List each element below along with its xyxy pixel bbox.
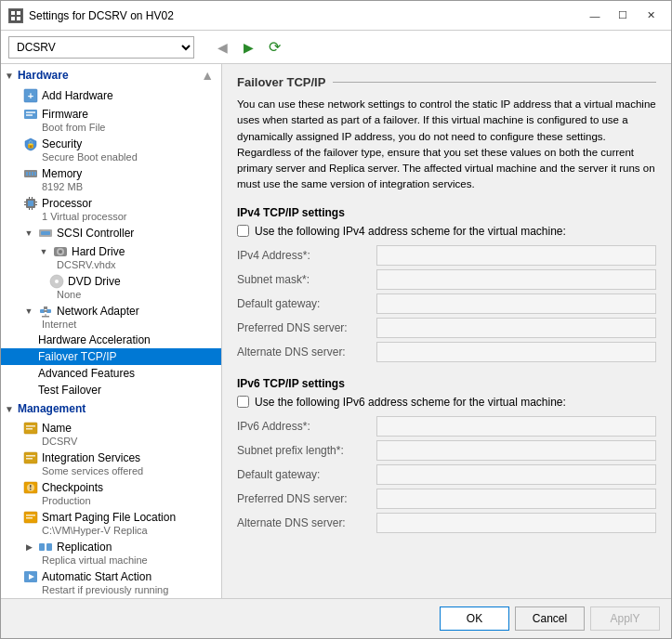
svg-rect-50 — [26, 515, 35, 516]
replication-expand-icon[interactable]: ▶ — [23, 541, 34, 553]
processor-sub: 1 Virtual processor — [23, 211, 217, 222]
alternate-dns-row: Alternate DNS server: — [237, 342, 656, 362]
svg-rect-21 — [35, 204, 37, 205]
sidebar-item-test-failover[interactable]: Test Failover — [1, 382, 221, 398]
sidebar-item-hard-drive[interactable]: ▼ Hard Drive DCSRV.vhdx — [1, 242, 221, 272]
panel-title: Failover TCP/IP — [237, 75, 656, 89]
hw-accel-label: Hardware Acceleration — [38, 333, 151, 346]
network-sub: Internet — [23, 319, 217, 330]
preferred-dns-label: Preferred DNS server: — [237, 321, 376, 334]
preferred-dns6-row: Preferred DNS server: — [237, 489, 656, 509]
svg-rect-35 — [44, 310, 47, 312]
svg-rect-52 — [39, 543, 45, 551]
sidebar-scroll-up: ▲ — [201, 68, 214, 83]
hardware-section-header[interactable]: ▼ Hardware ▲ — [1, 64, 221, 86]
minimize-button[interactable]: — — [582, 7, 608, 25]
cancel-button[interactable]: Cancel — [515, 606, 585, 631]
dvd-sub: None — [38, 289, 217, 300]
forward-button[interactable]: ▶ — [237, 36, 259, 59]
firmware-label: Firmware — [42, 108, 88, 121]
add-hardware-icon: + — [23, 88, 38, 103]
svg-rect-43 — [26, 455, 35, 457]
svg-rect-14 — [32, 172, 33, 176]
svg-rect-4 — [17, 17, 20, 20]
network-icon — [38, 304, 53, 319]
sidebar-item-smart-paging[interactable]: Smart Paging File Location C:\VM\Hyper-V… — [1, 508, 221, 538]
memory-icon — [23, 166, 38, 181]
close-button[interactable]: ✕ — [638, 7, 664, 25]
default-gateway6-row: Default gateway: — [237, 464, 656, 485]
sidebar-item-add-hardware[interactable]: + Add Hardware — [1, 86, 221, 105]
sidebar-item-auto-start[interactable]: Automatic Start Action Restart if previo… — [1, 567, 221, 597]
svg-rect-2 — [17, 11, 20, 15]
sidebar-item-security[interactable]: 🔒 Security Secure Boot enabled — [1, 135, 221, 164]
ipv6-section-label: IPv6 TCP/IP settings — [237, 377, 656, 390]
main-content: ▼ Hardware ▲ + Add Hardware — [1, 64, 671, 598]
title-bar-controls: — ☐ ✕ — [582, 7, 664, 25]
apply-button[interactable]: ApplY — [590, 606, 660, 631]
alternate-dns6-row: Alternate DNS server: — [237, 513, 656, 533]
back-button[interactable]: ◀ — [211, 36, 233, 59]
alternate-dns6-input[interactable] — [376, 513, 656, 533]
security-sub: Secure Boot enabled — [23, 151, 217, 163]
svg-text:+: + — [28, 90, 33, 101]
svg-rect-3 — [11, 17, 15, 20]
security-label: Security — [42, 137, 82, 150]
sidebar-item-scsi[interactable]: ▼ SCSI Controller — [1, 224, 221, 242]
hardware-section-label: Hardware — [18, 69, 69, 82]
sidebar-item-hw-accel[interactable]: Hardware Acceleration — [1, 332, 221, 348]
default-gateway-input[interactable] — [376, 293, 656, 314]
preferred-dns6-input[interactable] — [376, 489, 656, 509]
scsi-icon — [38, 226, 53, 241]
default-gateway6-input[interactable] — [376, 464, 656, 485]
alternate-dns6-label: Alternate DNS server: — [237, 516, 376, 529]
checkpoints-sub: Production — [23, 495, 217, 506]
management-section-label: Management — [18, 402, 86, 415]
subnet-prefix-input[interactable] — [376, 440, 656, 461]
replication-sub: Replica virtual machine — [23, 554, 217, 566]
svg-rect-23 — [32, 197, 33, 199]
sidebar-item-dvd[interactable]: DVD Drive None — [1, 272, 221, 302]
ipv4-checkbox-label: Use the following IPv4 address scheme fo… — [255, 225, 566, 238]
sidebar-item-integration[interactable]: Integration Services Some services offer… — [1, 449, 221, 478]
refresh-button[interactable]: ⟳ — [263, 36, 285, 59]
alternate-dns-input[interactable] — [376, 342, 656, 362]
sidebar-item-failover-tcp[interactable]: Failover TCP/IP — [1, 348, 221, 365]
ipv4-address-input[interactable] — [376, 245, 656, 266]
svg-rect-40 — [26, 425, 35, 427]
ipv4-checkbox[interactable] — [237, 225, 249, 237]
window-title: Settings for DCSRV on HV02 — [29, 9, 582, 22]
subnet-mask-input[interactable] — [376, 269, 656, 290]
security-icon: 🔒 — [23, 137, 38, 151]
ipv6-checkbox[interactable] — [237, 396, 249, 408]
hard-drive-sub: DCSRV.vhdx — [38, 259, 217, 270]
sidebar-item-firmware[interactable]: Firmware Boot from File — [1, 105, 221, 135]
replication-label: Replication — [57, 541, 112, 554]
ipv6-address-input[interactable] — [376, 416, 656, 437]
ok-button[interactable]: OK — [440, 606, 509, 631]
svg-rect-18 — [24, 202, 26, 202]
sidebar-item-network[interactable]: ▼ Network Adapter Internet — [1, 302, 221, 332]
sidebar: ▼ Hardware ▲ + Add Hardware — [1, 64, 222, 598]
default-gateway6-label: Default gateway: — [237, 468, 376, 481]
sidebar-item-memory[interactable]: Memory 8192 MB — [1, 164, 221, 194]
sidebar-item-replication[interactable]: ▶ Replication Replica virtual machine — [1, 538, 221, 567]
sidebar-item-name[interactable]: Name DCSRV — [1, 419, 221, 449]
maximize-button[interactable]: ☐ — [610, 7, 636, 25]
auto-start-sub: Restart if previously running — [23, 584, 217, 595]
auto-start-label: Automatic Start Action — [42, 570, 152, 583]
scsi-expand-icon[interactable]: ▼ — [23, 228, 34, 239]
svg-rect-22 — [29, 197, 30, 199]
hdd-expand-icon[interactable]: ▼ — [38, 246, 49, 257]
preferred-dns-input[interactable] — [376, 318, 656, 338]
network-expand-icon[interactable]: ▼ — [23, 306, 34, 317]
svg-rect-9 — [26, 114, 33, 116]
vm-selector[interactable]: DCSRV — [8, 36, 194, 59]
sidebar-item-processor[interactable]: Processor 1 Virtual processor — [1, 194, 221, 224]
svg-rect-47 — [30, 485, 32, 488]
management-section-header[interactable]: ▼ Management — [1, 398, 221, 419]
sidebar-item-checkpoints[interactable]: Checkpoints Production — [1, 478, 221, 508]
main-window: Settings for DCSRV on HV02 — ☐ ✕ DCSRV ◀… — [0, 0, 672, 639]
svg-rect-51 — [26, 517, 33, 519]
sidebar-item-advanced-features[interactable]: Advanced Features — [1, 365, 221, 382]
